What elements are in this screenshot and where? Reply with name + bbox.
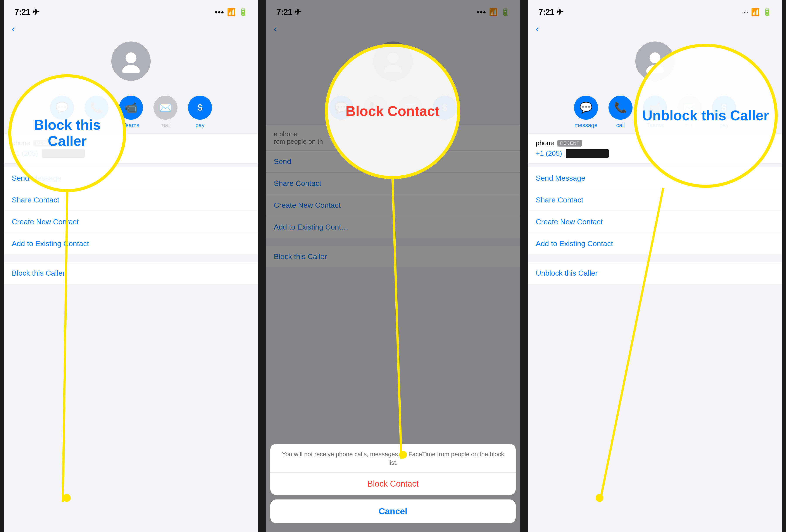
svg-point-0 xyxy=(125,52,136,63)
recent-badge-3: RECENT xyxy=(557,140,582,146)
phone-screen-1: 7:21 ✈ ●●● 📶 🔋 ‹ 💬 message xyxy=(0,0,262,532)
add-existing-contact-1[interactable]: Add to Existing Contact xyxy=(4,233,258,254)
share-contact-1[interactable]: Share Contact xyxy=(4,189,258,211)
pay-btn-wrap-1: $ pay xyxy=(188,96,212,129)
mail-button-1[interactable]: ✉️ xyxy=(154,96,178,120)
phone-screen-2: 7:21 ✈ ●●● 📶 🔋 ‹ xyxy=(262,0,524,532)
phone-type-label-3: phone xyxy=(536,139,554,147)
block-contact-btn-2[interactable]: Block Contact xyxy=(270,472,516,495)
block-caller-1[interactable]: Block this Caller xyxy=(4,262,258,284)
mail-btn-wrap-1: ✉️ mail xyxy=(154,96,178,129)
unblock-section-3: Unblock this Caller xyxy=(528,262,782,284)
call-btn-wrap-3: 📞 call xyxy=(608,96,632,129)
message-btn-wrap-3: 💬 message xyxy=(574,96,598,129)
magnifier-text-2: Block Contact xyxy=(341,99,444,124)
pay-button-1[interactable]: $ xyxy=(188,96,212,120)
status-icons-1: ●●● 📶 🔋 xyxy=(215,8,248,16)
yellow-dot-3 xyxy=(596,494,603,502)
yellow-dot-1 xyxy=(63,494,71,502)
action-sheet-card-2: You will not receive phone calls, messag… xyxy=(270,444,516,495)
avatar-1 xyxy=(111,42,151,81)
phone-number-3: +1 (205) ████████ xyxy=(536,149,609,157)
message-button-3[interactable]: 💬 xyxy=(574,96,598,120)
create-new-contact-1[interactable]: Create New Contact xyxy=(4,211,258,233)
call-label-3: call xyxy=(616,122,625,129)
add-existing-contact-3[interactable]: Add to Existing Contact xyxy=(528,233,782,254)
nav-bar-3: ‹ xyxy=(528,20,782,36)
call-button-3[interactable]: 📞 xyxy=(608,96,632,120)
time-3: 7:21 ✈ xyxy=(538,7,563,17)
battery-icon-1: 🔋 xyxy=(239,8,248,16)
status-bar-3: 7:21 ✈ ···· 📶 🔋 xyxy=(528,0,782,20)
create-new-contact-3[interactable]: Create New Contact xyxy=(528,211,782,233)
phone-screen-3: 7:21 ✈ ···· 📶 🔋 ‹ 💬 message xyxy=(524,0,786,532)
wifi-icon-3: 📶 xyxy=(751,8,760,16)
cancel-btn-2[interactable]: Cancel xyxy=(270,500,516,523)
divider-1 xyxy=(4,254,258,262)
magnifier-1: Block this Caller xyxy=(8,74,126,192)
svg-point-1 xyxy=(122,65,140,73)
yellow-dot-2 xyxy=(399,451,407,459)
pay-label-1: pay xyxy=(195,122,205,129)
battery-icon-3: 🔋 xyxy=(763,8,771,16)
signal-icon-1: ●●● xyxy=(215,9,224,15)
block-section-1: Block this Caller xyxy=(4,262,258,284)
action-sheet-2: You will not receive phone calls, messag… xyxy=(266,444,520,532)
magnifier-text-3: Unblock this Caller xyxy=(638,103,773,128)
status-icons-3: ···· 📶 🔋 xyxy=(742,8,771,16)
magnifier-2: Block Contact xyxy=(325,44,460,179)
back-button-3[interactable]: ‹ xyxy=(536,24,539,34)
divider-3 xyxy=(528,254,782,262)
signal-icon-3: ···· xyxy=(742,9,748,15)
phone-masked-3: ████████ xyxy=(566,149,609,158)
status-bar-1: 7:21 ✈ ●●● 📶 🔋 xyxy=(4,0,258,20)
share-contact-3[interactable]: Share Contact xyxy=(528,189,782,211)
action-sheet-desc-2: You will not receive phone calls, messag… xyxy=(270,444,516,472)
magnifier-3: Unblock this Caller xyxy=(633,44,778,188)
menu-list-3: Send Message Share Contact Create New Co… xyxy=(528,167,782,254)
magnifier-text-1: Block this Caller xyxy=(11,113,123,154)
mail-label-1: mail xyxy=(160,122,171,129)
nav-bar-1: ‹ xyxy=(4,20,258,36)
time-1: 7:21 ✈ xyxy=(15,7,39,17)
unblock-caller-3[interactable]: Unblock this Caller xyxy=(528,262,782,284)
wifi-icon-1: 📶 xyxy=(227,8,236,16)
back-button-1[interactable]: ‹ xyxy=(12,24,15,34)
message-label-3: message xyxy=(574,122,598,129)
